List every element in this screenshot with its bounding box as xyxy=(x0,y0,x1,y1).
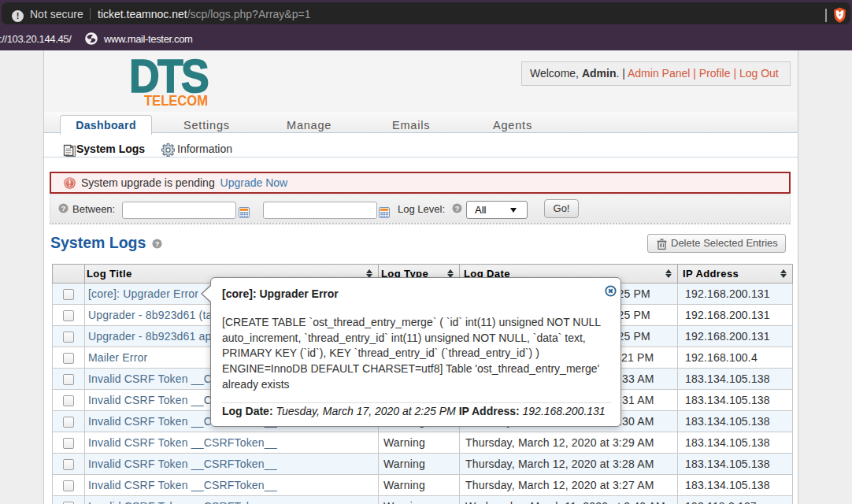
svg-text:?: ? xyxy=(155,240,160,248)
svg-text:?: ? xyxy=(455,205,460,213)
svg-text:?: ? xyxy=(61,205,66,213)
